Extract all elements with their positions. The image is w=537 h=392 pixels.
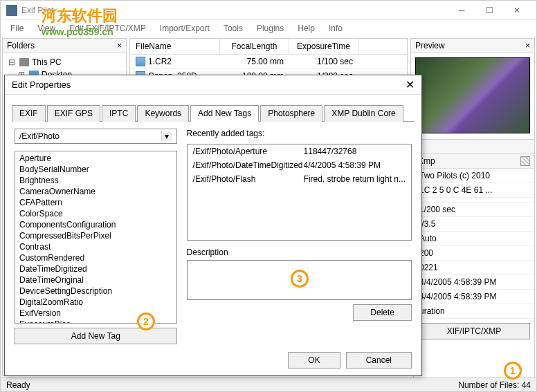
path-dropdown[interactable]: /Exif/Photo ▾ (15, 129, 177, 144)
recent-label: Recently added tags: (187, 129, 412, 138)
tag-item[interactable]: DateTimeOriginal (17, 274, 175, 286)
recent-path: /Exif/Photo/DateTimeDigitized (193, 160, 304, 170)
properties-panel: × Xmp Two Pilots (c) 2010 1C 2 5 0 C 4E … (413, 139, 535, 390)
properties-tab-header: Xmp (414, 154, 534, 169)
prop-row[interactable]: Auto (414, 232, 534, 246)
callout-badge-3: 3 (291, 270, 309, 288)
tag-item[interactable]: CustomRendered (17, 252, 175, 263)
table-row[interactable]: 1.CR2 75.00 mm 1/100 sec (130, 55, 407, 69)
expander-icon[interactable]: ⊟ (8, 57, 17, 67)
status-filecount: Number of Files: 44 (458, 380, 531, 390)
prop-row[interactable]: f/3.5 (414, 217, 534, 232)
menu-info[interactable]: Info (323, 22, 348, 35)
table-header: FileName FocalLength ExposureTime (130, 39, 407, 55)
tag-item[interactable]: Contrast (17, 241, 175, 252)
menu-tools[interactable]: Tools (218, 22, 248, 35)
watermark-text: 河东软件园 (42, 6, 118, 26)
menu-file[interactable]: File (5, 22, 29, 35)
ok-button[interactable]: OK (288, 352, 340, 368)
gear-icon[interactable] (520, 156, 530, 166)
properties-list: Two Pilots (c) 2010 1C 2 5 0 C 4E 61 ...… (414, 169, 534, 319)
tag-item[interactable]: CFAPattern (17, 197, 175, 208)
tag-item[interactable]: DeviceSettingDescription (17, 286, 175, 297)
left-column: /Exif/Photo ▾ ApertureBodySerialNumberBr… (15, 129, 177, 344)
menu-import-export[interactable]: Import/Export (154, 22, 215, 35)
dialog-footer: OK Cancel (288, 352, 412, 368)
tag-item[interactable]: DateTimeDigitized (17, 263, 175, 274)
maximize-button[interactable]: ☐ (475, 1, 503, 20)
cancel-button[interactable]: Cancel (346, 352, 412, 368)
tag-item[interactable]: ColorSpace (17, 208, 175, 219)
recent-row[interactable]: /Exif/Photo/Flash Fired, strobe return l… (188, 172, 411, 186)
chevron-down-icon[interactable]: ▾ (161, 131, 172, 141)
prop-row[interactable]: 1/200 sec (414, 203, 534, 217)
prop-row[interactable]: Two Pilots (c) 2010 (414, 169, 534, 183)
add-new-tag-button[interactable]: Add New Tag (15, 328, 177, 344)
tag-item[interactable]: CompressedBitsPerPixel (17, 230, 175, 241)
prop-row[interactable]: 1C 2 5 0 C 4E 61 ... (414, 183, 534, 198)
pc-icon (19, 58, 29, 66)
recent-value: Fired, strobe return light n... (304, 174, 406, 184)
dialog-tabs: EXIF EXIF GPS IPTC Keywords Add New Tags… (12, 104, 415, 122)
tab-add-new-tags[interactable]: Add New Tags (190, 105, 259, 122)
tag-item[interactable]: BodySerialNumber (17, 164, 175, 175)
tag-list[interactable]: ApertureBodySerialNumberBrightnessCamera… (15, 151, 177, 324)
edit-exif-button[interactable]: XIF/IPTC/XMP (418, 323, 530, 339)
col-exposuretime[interactable]: ExposureTime (289, 39, 358, 54)
tab-keywords[interactable]: Keywords (137, 105, 189, 122)
dialog-titlebar: Edit Properties ✕ (5, 75, 421, 95)
recent-tags-list[interactable]: /Exif/Photo/Aperture 118447/32768 /Exif/… (187, 144, 412, 241)
menu-help[interactable]: Help (292, 22, 320, 35)
statusbar: Ready Number of Files: 44 (1, 377, 536, 391)
delete-button[interactable]: Delete (353, 304, 412, 321)
dropdown-value: /Exif/Photo (19, 131, 60, 141)
watermark: 河东软件园 www.pc0359.cn (42, 6, 118, 37)
dialog-title: Edit Properties (12, 80, 406, 90)
col-filename[interactable]: FileName (130, 39, 220, 54)
callout-badge-1: 1 (504, 362, 522, 380)
preview-header: Preview × (411, 39, 534, 53)
recent-row[interactable]: /Exif/Photo/Aperture 118447/32768 (188, 144, 411, 158)
callout-badge-2: 2 (137, 312, 155, 330)
tab-exif[interactable]: EXIF (12, 105, 46, 122)
preview-header-text: Preview (415, 41, 445, 50)
tag-item[interactable]: ComponentsConfiguration (17, 219, 175, 230)
tab-exif-gps[interactable]: EXIF GPS (47, 105, 100, 122)
minimize-button[interactable]: ─ (448, 1, 475, 20)
app-icon (6, 5, 17, 16)
preview-close-icon[interactable]: × (525, 41, 530, 50)
close-button[interactable]: ✕ (503, 1, 531, 20)
tag-item[interactable]: Aperture (17, 153, 175, 164)
recent-path: /Exif/Photo/Aperture (193, 147, 304, 156)
right-column: Recently added tags: /Exif/Photo/Apertur… (187, 129, 412, 344)
tag-item[interactable]: DigitalZoomRatio (17, 297, 175, 308)
dialog-body: /Exif/Photo ▾ ApertureBodySerialNumberBr… (5, 122, 421, 351)
col-focallength[interactable]: FocalLength (220, 39, 289, 54)
tag-item[interactable]: CameraOwnerName (17, 186, 175, 197)
preview-image (415, 57, 530, 133)
watermark-url: www.pc0359.cn (42, 26, 118, 37)
prop-row[interactable]: 4/4/2005 4:58:39 PM (414, 290, 534, 304)
recent-row[interactable]: /Exif/Photo/DateTimeDigitized 4/4/2005 4… (188, 158, 411, 172)
tab-photosphere[interactable]: Photosphere (260, 105, 322, 122)
file-icon (136, 57, 145, 66)
properties-header: × (414, 140, 534, 154)
tree-item-this-pc[interactable]: ⊟ This PC (6, 56, 123, 68)
prop-row[interactable]: 200 (414, 246, 534, 261)
recent-value: 118447/32768 (304, 147, 406, 156)
status-ready: Ready (6, 380, 458, 390)
tab-iptc[interactable]: IPTC (102, 105, 136, 122)
folders-close-icon[interactable]: × (117, 41, 122, 50)
tree-label: This PC (32, 57, 62, 67)
prop-row[interactable]: uration (414, 304, 534, 319)
tab-xmp-dublin[interactable]: XMP Dublin Core (324, 105, 403, 122)
prop-row[interactable] (414, 198, 534, 203)
prop-row[interactable]: 0221 (414, 261, 534, 275)
folders-header: Folders × (3, 39, 126, 53)
folders-header-text: Folders (7, 41, 35, 50)
menu-plugins[interactable]: Plugins (251, 22, 289, 35)
prop-row[interactable]: 4/4/2005 4:58:39 PM (414, 275, 534, 290)
tag-item[interactable]: Brightness (17, 175, 175, 186)
file-name: 1.CR2 (148, 57, 172, 66)
dialog-close-icon[interactable]: ✕ (406, 78, 415, 91)
